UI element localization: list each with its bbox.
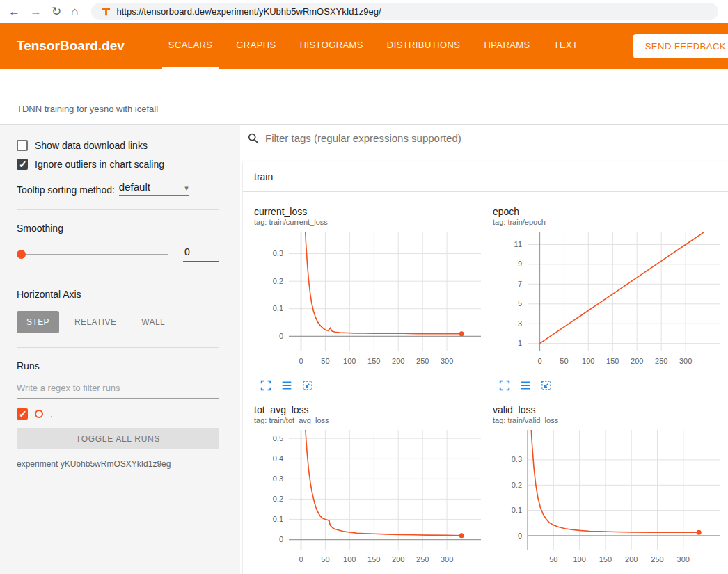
log-scale-icon[interactable] <box>280 379 293 392</box>
send-feedback-button[interactable]: SEND FEEDBACK <box>633 34 728 58</box>
svg-text:200: 200 <box>625 555 638 564</box>
svg-text:0: 0 <box>537 357 541 365</box>
chart-card-valid-loss: valid_loss tag: train/valid_loss 00.10.2… <box>491 404 726 574</box>
tab-distributions[interactable]: DISTRIBUTIONS <box>381 23 467 69</box>
chart-tag: tag: train/tot_avg_loss <box>254 416 487 424</box>
experiment-subheader: TDNN training for yesno with icefall <box>0 69 728 125</box>
tab-text[interactable]: TEXT <box>548 23 585 69</box>
experiment-title: TDNN training for yesno with icefall <box>17 104 158 114</box>
train-section: train current_loss tag: train/current_lo… <box>243 161 728 574</box>
svg-text:100: 100 <box>343 555 356 564</box>
svg-text:0.2: 0.2 <box>512 481 522 489</box>
chart-plot-tot-avg-loss[interactable]: 00.10.20.30.40.5050100150200250300 <box>253 426 485 571</box>
chevron-down-icon: ▾ <box>184 184 189 193</box>
chart-toolbar <box>253 379 487 392</box>
checkbox-label: Show data download links <box>35 140 148 151</box>
svg-text:0: 0 <box>299 357 303 365</box>
tab-scalars[interactable]: SCALARS <box>162 23 219 69</box>
chart-tag: tag: train/epoch <box>493 218 726 226</box>
svg-text:0.3: 0.3 <box>512 455 522 463</box>
browser-back-button[interactable]: ← <box>8 6 20 17</box>
show-download-links-checkbox[interactable]: Show data download links <box>17 140 219 151</box>
run-row[interactable]: . <box>17 408 219 420</box>
svg-text:0.2: 0.2 <box>273 277 283 285</box>
tag-filter-input[interactable] <box>265 132 728 144</box>
svg-text:300: 300 <box>441 555 453 564</box>
svg-text:11: 11 <box>514 240 522 248</box>
chart-plot-epoch[interactable]: 1357911050100150200250300 <box>491 228 724 372</box>
tensorboard-favicon <box>101 6 111 17</box>
svg-text:50: 50 <box>549 555 557 564</box>
svg-text:100: 100 <box>343 357 356 365</box>
svg-text:0.1: 0.1 <box>512 506 522 514</box>
tensorboard-logo[interactable]: TensorBoard.dev <box>17 38 125 54</box>
svg-text:3: 3 <box>518 319 522 328</box>
expand-chart-icon[interactable] <box>260 379 272 392</box>
run-name: . <box>50 409 53 420</box>
svg-text:150: 150 <box>599 555 612 564</box>
svg-text:200: 200 <box>631 357 643 365</box>
run-color-swatch <box>35 410 43 418</box>
train-section-header[interactable]: train <box>243 161 728 192</box>
svg-text:7: 7 <box>518 280 522 288</box>
horizontal-axis-label: Horizontal Axis <box>17 289 219 300</box>
log-scale-icon[interactable] <box>519 379 532 392</box>
tab-hparams[interactable]: HPARAMS <box>477 23 536 69</box>
expand-chart-icon[interactable] <box>498 379 511 392</box>
tag-filter-row <box>240 125 728 152</box>
tooltip-sorting-dropdown[interactable]: default ▾ <box>119 181 189 196</box>
chart-card-epoch: epoch tag: train/epoch 13579110501001502… <box>491 206 726 392</box>
run-checkbox[interactable] <box>17 408 28 420</box>
browser-forward-button[interactable]: → <box>30 6 42 17</box>
svg-text:50: 50 <box>321 555 329 564</box>
tab-histograms[interactable]: HISTOGRAMS <box>294 23 370 69</box>
svg-text:50: 50 <box>560 357 568 365</box>
chart-title: tot_avg_loss <box>254 404 487 415</box>
browser-refresh-button[interactable]: ↻ <box>52 6 61 17</box>
svg-text:150: 150 <box>367 555 380 564</box>
address-bar[interactable]: https://tensorboard.dev/experiment/yKUbh… <box>91 3 718 20</box>
chart-tag: tag: train/valid_loss <box>493 416 726 424</box>
svg-text:5: 5 <box>518 299 522 308</box>
ignore-outliers-checkbox[interactable]: Ignore outliers in chart scaling <box>17 159 219 170</box>
sidebar: Show data download links Ignore outliers… <box>0 125 240 574</box>
chart-plot-current-loss[interactable]: 00.10.20.3050100150200250300 <box>253 228 485 372</box>
svg-text:250: 250 <box>655 357 667 365</box>
svg-text:150: 150 <box>606 357 619 365</box>
tooltip-sorting-label: Tooltip sorting method: <box>17 184 115 196</box>
browser-home-button[interactable]: ⌂ <box>71 6 78 17</box>
divider <box>17 209 219 210</box>
svg-text:250: 250 <box>416 357 429 365</box>
smoothing-label: Smoothing <box>17 223 219 234</box>
smoothing-slider[interactable] <box>17 250 168 259</box>
main-panel: train current_loss tag: train/current_lo… <box>240 125 728 574</box>
horizontal-axis-toggle: STEPRELATIVEWALL <box>17 311 219 333</box>
runs-filter-input[interactable] <box>17 378 219 399</box>
divider <box>17 347 219 348</box>
chart-plot-valid-loss[interactable]: 00.10.20.350100150200250300 <box>491 426 724 571</box>
svg-text:0: 0 <box>518 532 522 540</box>
svg-text:200: 200 <box>392 357 404 365</box>
svg-text:0.4: 0.4 <box>273 454 283 463</box>
chart-grid: current_loss tag: train/current_loss 00.… <box>243 192 728 574</box>
svg-text:300: 300 <box>679 357 692 365</box>
svg-text:0: 0 <box>279 332 283 340</box>
tab-graphs[interactable]: GRAPHS <box>230 23 282 69</box>
svg-text:50: 50 <box>321 357 329 365</box>
axis-option-wall[interactable]: WALL <box>132 311 175 333</box>
checkbox-icon <box>17 159 28 170</box>
svg-text:0.1: 0.1 <box>273 304 283 312</box>
svg-text:0: 0 <box>279 535 283 543</box>
axis-option-step[interactable]: STEP <box>17 311 59 333</box>
axis-option-relative[interactable]: RELATIVE <box>65 311 126 333</box>
svg-text:300: 300 <box>677 555 690 564</box>
fit-domain-icon[interactable] <box>540 379 553 392</box>
smoothing-value-input[interactable]: 0 <box>183 246 219 262</box>
checkbox-label: Ignore outliers in chart scaling <box>35 159 164 170</box>
url-text: https://tensorboard.dev/experiment/yKUbh… <box>117 6 381 17</box>
fit-domain-icon[interactable] <box>301 379 314 392</box>
svg-text:200: 200 <box>392 555 404 564</box>
svg-text:0.3: 0.3 <box>273 475 283 483</box>
toggle-all-runs-button[interactable]: TOGGLE ALL RUNS <box>17 428 219 449</box>
slider-thumb[interactable] <box>17 250 26 259</box>
